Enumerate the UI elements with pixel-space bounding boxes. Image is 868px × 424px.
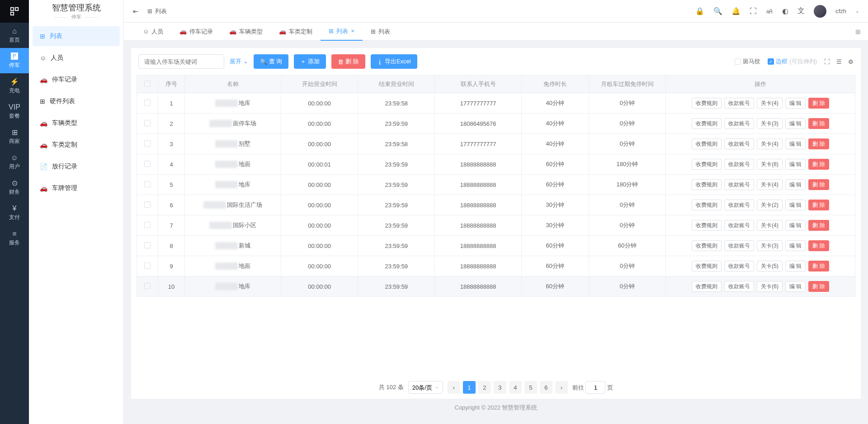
tab-车类定制[interactable]: 🚗车类定制	[271, 23, 321, 41]
nav-item-停车[interactable]: 🅿停车	[0, 48, 29, 73]
gate-button[interactable]: 关卡(2)	[757, 200, 783, 210]
nav-item-财务[interactable]: ⊙财务	[0, 175, 29, 200]
theme-icon[interactable]: ◐	[782, 7, 788, 15]
export-button[interactable]: ⭳导出Excel	[371, 54, 417, 69]
fee-rule-button[interactable]: 收费规则	[692, 118, 722, 129]
row-checkbox[interactable]	[144, 262, 151, 269]
chevron-down-icon[interactable]: ⌄	[855, 9, 859, 14]
fee-rule-button[interactable]: 收费规则	[692, 179, 722, 190]
edit-button[interactable]: 编 辑	[785, 179, 806, 190]
edit-button[interactable]: 编 辑	[785, 98, 806, 109]
language-icon[interactable]: 文	[797, 6, 805, 16]
fee-rule-button[interactable]: 收费规则	[692, 138, 722, 149]
row-delete-button[interactable]: 删 除	[808, 179, 829, 190]
row-checkbox[interactable]	[144, 140, 151, 147]
tab-人员[interactable]: ☺人员	[135, 23, 171, 41]
nav-item-套餐[interactable]: VIP套餐	[0, 99, 29, 124]
page-5[interactable]: 5	[524, 381, 537, 394]
row-checkbox[interactable]	[144, 181, 151, 187]
pay-account-button[interactable]: 收款账号	[724, 261, 754, 272]
edit-button[interactable]: 编 辑	[785, 281, 806, 292]
page-1[interactable]: 1	[463, 381, 476, 394]
tab-停车记录[interactable]: 🚗停车记录	[171, 23, 221, 41]
tabs-more-icon[interactable]: ⊞	[855, 28, 861, 35]
edit-button[interactable]: 编 辑	[785, 261, 806, 272]
fee-rule-button[interactable]: 收费规则	[692, 240, 722, 251]
row-delete-button[interactable]: 删 除	[808, 118, 829, 129]
border-checkbox[interactable]: ✓边框 (可拉伸列)	[768, 57, 817, 66]
nav-item-充电[interactable]: ⚡充电	[0, 73, 29, 99]
page-size-select[interactable]: 20条/页	[408, 381, 443, 394]
nav-item-服务[interactable]: ≡服务	[0, 225, 29, 251]
expand-link[interactable]: 展开 ⌄	[230, 57, 248, 66]
gate-button[interactable]: 关卡(4)	[757, 98, 783, 109]
row-checkbox[interactable]	[144, 100, 151, 106]
menu-item-车类定制[interactable]: 🚗车类定制	[33, 135, 120, 155]
edit-button[interactable]: 编 辑	[785, 118, 806, 129]
row-checkbox[interactable]	[144, 201, 151, 208]
row-delete-button[interactable]: 删 除	[808, 200, 829, 210]
close-icon[interactable]: ✕	[351, 29, 354, 33]
page-2[interactable]: 2	[478, 381, 491, 394]
pay-account-button[interactable]: 收款账号	[724, 179, 754, 190]
col-name[interactable]: 名称	[185, 76, 281, 93]
page-6[interactable]: 6	[540, 381, 552, 394]
pay-account-button[interactable]: 收款账号	[724, 118, 754, 129]
row-checkbox[interactable]	[144, 161, 151, 167]
bell-icon[interactable]: 🔔	[731, 7, 741, 15]
pay-account-button[interactable]: 收款账号	[724, 159, 754, 170]
edit-button[interactable]: 编 辑	[785, 240, 806, 251]
select-all-checkbox[interactable]	[144, 81, 151, 87]
fee-rule-button[interactable]: 收费规则	[692, 220, 722, 231]
nav-item-用户[interactable]: ☺用户	[0, 149, 29, 175]
menu-item-人员[interactable]: ☺人员	[33, 48, 120, 68]
query-button[interactable]: 🔍查 询	[254, 54, 289, 69]
row-delete-button[interactable]: 删 除	[808, 98, 829, 109]
menu-item-车牌管理[interactable]: 🚗车牌管理	[33, 178, 120, 198]
lock-icon[interactable]: 🔒	[695, 7, 704, 15]
next-page-button[interactable]: ›	[555, 381, 568, 394]
row-delete-button[interactable]: 删 除	[808, 220, 829, 231]
tab-列表[interactable]: ⊞列表	[363, 23, 398, 41]
gate-button[interactable]: 关卡(3)	[757, 118, 783, 129]
menu-item-车辆类型[interactable]: 🚗车辆类型	[33, 113, 120, 133]
menu-item-硬件列表[interactable]: ⊞硬件列表	[33, 91, 120, 111]
pay-account-button[interactable]: 收款账号	[724, 138, 754, 149]
zebra-checkbox[interactable]: 斑马纹	[735, 57, 760, 66]
search-icon[interactable]: 🔍	[713, 7, 722, 15]
edit-button[interactable]: 编 辑	[785, 220, 806, 231]
fee-rule-button[interactable]: 收费规则	[692, 200, 722, 210]
fee-rule-button[interactable]: 收费规则	[692, 159, 722, 170]
pay-account-button[interactable]: 收款账号	[724, 281, 754, 292]
pay-account-button[interactable]: 收款账号	[724, 220, 754, 231]
row-checkbox[interactable]	[144, 242, 151, 248]
col-index[interactable]: 序号	[158, 76, 185, 93]
tab-车辆类型[interactable]: 🚗车辆类型	[221, 23, 271, 41]
edit-button[interactable]: 编 辑	[785, 200, 806, 210]
menu-item-停车记录[interactable]: 🚗停车记录	[33, 70, 120, 90]
edit-button[interactable]: 编 辑	[785, 138, 806, 149]
pay-account-button[interactable]: 收款账号	[724, 240, 754, 251]
row-delete-button[interactable]: 删 除	[808, 138, 829, 149]
nav-item-商家[interactable]: ⊞商家	[0, 124, 29, 149]
col-end[interactable]: 结束营业时间	[358, 76, 435, 93]
gate-button[interactable]: 关卡(8)	[757, 159, 783, 170]
col-overdue[interactable]: 月租车过期免停时间	[589, 76, 665, 93]
goto-input[interactable]	[585, 381, 605, 394]
tab-列表[interactable]: ⊞列表✕	[321, 23, 363, 41]
page-4[interactable]: 4	[509, 381, 522, 394]
gate-button[interactable]: 关卡(6)	[757, 281, 783, 292]
fee-rule-button[interactable]: 收费规则	[692, 98, 722, 109]
prev-page-button[interactable]: ‹	[448, 381, 460, 394]
row-checkbox[interactable]	[144, 120, 151, 126]
row-delete-button[interactable]: 删 除	[808, 240, 829, 251]
col-free-duration[interactable]: 免停时长	[521, 76, 589, 93]
delete-button[interactable]: 🗑删 除	[331, 54, 365, 69]
col-phone[interactable]: 联系人手机号	[435, 76, 521, 93]
col-start[interactable]: 开始营业时间	[281, 76, 358, 93]
row-delete-button[interactable]: 删 除	[808, 261, 829, 272]
settings-icon[interactable]: ⚙	[848, 58, 854, 65]
search-input[interactable]	[138, 54, 224, 69]
fullscreen-table-icon[interactable]: ⛶	[824, 58, 830, 65]
collapse-icon[interactable]: ⇤	[133, 8, 138, 15]
